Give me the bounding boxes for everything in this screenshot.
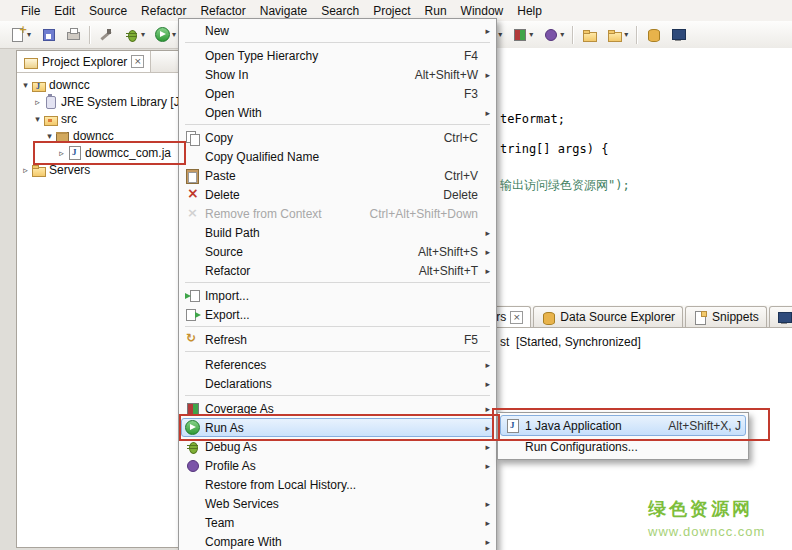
toolbar-button-workspace-folder[interactable]: ▾ <box>604 25 631 44</box>
menu-item-open-with[interactable]: Open With▸ <box>181 103 494 122</box>
menu-item-import[interactable]: Import... <box>181 286 494 305</box>
menu-item-build-path[interactable]: Build Path▸ <box>181 223 494 242</box>
blank-icon <box>185 86 200 101</box>
menubar-item-refactor-4[interactable]: Refactor <box>193 2 252 20</box>
close-view-icon[interactable]: × <box>131 55 144 68</box>
menu-item-label: Refresh <box>205 333 247 347</box>
menubar-item-project-7[interactable]: Project <box>366 2 417 20</box>
menu-item-open-type-hierarchy[interactable]: Open Type HierarchyF4 <box>181 46 494 65</box>
menu-item-restore-from-local-history[interactable]: Restore from Local History... <box>181 475 494 494</box>
toolbar-button-run-last[interactable]: ▾ <box>152 25 179 44</box>
menu-item-source[interactable]: SourceAlt+Shift+S▸ <box>181 242 494 261</box>
dropdown-arrow-icon[interactable]: ▾ <box>560 30 564 39</box>
run-last-icon <box>155 27 170 42</box>
annotation-box-tree-item <box>33 141 186 165</box>
menubar-item-search-6[interactable]: Search <box>314 2 366 20</box>
blank-icon <box>185 225 200 240</box>
menubar-item-help-10[interactable]: Help <box>510 2 549 20</box>
menu-item-label: Paste <box>205 169 236 183</box>
toolbar-separator <box>89 26 91 44</box>
collapse-icon[interactable]: ▾ <box>32 114 43 124</box>
menu-item-open[interactable]: OpenF3 <box>181 84 494 103</box>
toolbar-button-coverage[interactable]: ▾ <box>509 25 536 44</box>
menu-item-refresh[interactable]: RefreshF5 <box>181 330 494 349</box>
menubar-item-run-8[interactable]: Run <box>418 2 454 20</box>
menubar-item-source-2[interactable]: Source <box>82 2 134 20</box>
dropdown-arrow-icon[interactable]: ▾ <box>529 30 533 39</box>
tree-item-label: JRE System Library [J <box>61 95 180 109</box>
menu-item-new[interactable]: New▸ <box>181 21 494 40</box>
menu-item-references[interactable]: References▸ <box>181 355 494 374</box>
menubar-item-navigate-5[interactable]: Navigate <box>253 2 314 20</box>
menu-item-label: Import... <box>205 289 249 303</box>
toolbar-button-open-folder[interactable] <box>579 25 600 44</box>
expand-icon[interactable]: ▹ <box>32 97 43 107</box>
submenu-arrow-icon: ▸ <box>478 537 490 547</box>
menu-item-show-in[interactable]: Show InAlt+Shift+W▸ <box>181 65 494 84</box>
menu-item-label: Source <box>205 245 243 259</box>
menubar-item-window-9[interactable]: Window <box>454 2 511 20</box>
submenu-arrow-icon: ▸ <box>478 247 490 257</box>
toolbar-button-data-source[interactable] <box>643 25 664 44</box>
toolbar-button-console-view[interactable] <box>668 25 689 44</box>
menu-item-web-services[interactable]: Web Services▸ <box>181 494 494 513</box>
menu-item-copy[interactable]: CopyCtrl+C <box>181 128 494 147</box>
toolbar-button-profile[interactable]: ▾ <box>540 25 567 44</box>
menu-item-compare-with[interactable]: Compare With▸ <box>181 532 494 550</box>
collapse-icon[interactable]: ▾ <box>44 131 55 141</box>
menu-item-export[interactable]: Export... <box>181 305 494 324</box>
jar-icon <box>43 94 58 109</box>
toolbar-button-build[interactable] <box>96 25 117 44</box>
tab-console[interactable]: Console <box>769 306 792 327</box>
dropdown-arrow-icon[interactable]: ▾ <box>624 30 628 39</box>
submenu-arrow-icon: ▸ <box>478 379 490 389</box>
menu-item-shortcut: Ctrl+Alt+Shift+Down <box>354 207 478 221</box>
project-explorer-view: Project Explorer × ▾downcc▹JRE System Li… <box>16 50 184 548</box>
tree-item-src[interactable]: ▾src <box>17 110 183 127</box>
menu-item-label: Open Type Hierarchy <box>205 49 318 63</box>
toolbar-button-debug[interactable]: ▾ <box>121 25 148 44</box>
menu-item-label: Team <box>205 516 234 530</box>
tab-close-icon[interactable]: × <box>510 311 523 324</box>
toolbar-separator <box>572 26 574 44</box>
code-fragment: 输出访问绿色资源网"); <box>500 177 630 194</box>
menu-item-shortcut: Delete <box>427 188 478 202</box>
menu-item-label: Refactor <box>205 264 250 278</box>
dropdown-arrow-icon[interactable]: ▾ <box>172 30 176 39</box>
snip-icon <box>693 310 708 325</box>
menu-separator <box>185 282 490 283</box>
dropdown-arrow-icon[interactable]: ▾ <box>498 30 502 39</box>
menu-item-copy-qualified-name[interactable]: Copy Qualified Name <box>181 147 494 166</box>
profile-icon <box>185 458 200 473</box>
menu-item-label: Debug As <box>205 440 257 454</box>
server-status[interactable]: st [Started, Synchronized] <box>500 335 641 349</box>
paste-icon <box>185 168 200 183</box>
expand-icon[interactable]: ▹ <box>20 165 31 175</box>
toolbar-button-new-wizard[interactable]: ▾ <box>7 25 34 44</box>
blank-icon <box>185 244 200 259</box>
menubar-item-file-0[interactable]: File <box>14 2 47 20</box>
submenu-arrow-icon: ▸ <box>478 108 490 118</box>
menu-item-label: Show In <box>205 68 248 82</box>
menu-item-refactor[interactable]: RefactorAlt+Shift+T▸ <box>181 261 494 280</box>
menu-item-team[interactable]: Team▸ <box>181 513 494 532</box>
menu-item-remove-from-context[interactable]: Remove from ContextCtrl+Alt+Shift+Down <box>181 204 494 223</box>
menu-item-declarations[interactable]: Declarations▸ <box>181 374 494 393</box>
tab-snippets[interactable]: Snippets <box>685 306 767 327</box>
collapse-icon[interactable]: ▾ <box>20 80 31 90</box>
tree-item-jre-system-library-j[interactable]: ▹JRE System Library [J <box>17 93 183 110</box>
menu-item-profile-as[interactable]: Profile As▸ <box>181 456 494 475</box>
tab-project-explorer[interactable]: Project Explorer × <box>17 51 151 72</box>
menubar-item-refactor-3[interactable]: Refactor <box>134 2 193 20</box>
menu-item-delete[interactable]: DeleteDelete <box>181 185 494 204</box>
menubar-item-edit-1[interactable]: Edit <box>47 2 82 20</box>
toolbar-button-print[interactable] <box>63 25 84 44</box>
tree-item-downcc[interactable]: ▾downcc <box>17 76 183 93</box>
toolbar-button-save[interactable] <box>38 25 59 44</box>
dropdown-arrow-icon[interactable]: ▾ <box>141 30 145 39</box>
menu-item-paste[interactable]: PasteCtrl+V <box>181 166 494 185</box>
menu-item-label: Copy Qualified Name <box>205 150 319 164</box>
dropdown-arrow-icon[interactable]: ▾ <box>27 30 31 39</box>
tab-data-source-explorer[interactable]: Data Source Explorer <box>533 306 683 327</box>
annotation-box-run-as <box>179 414 500 441</box>
